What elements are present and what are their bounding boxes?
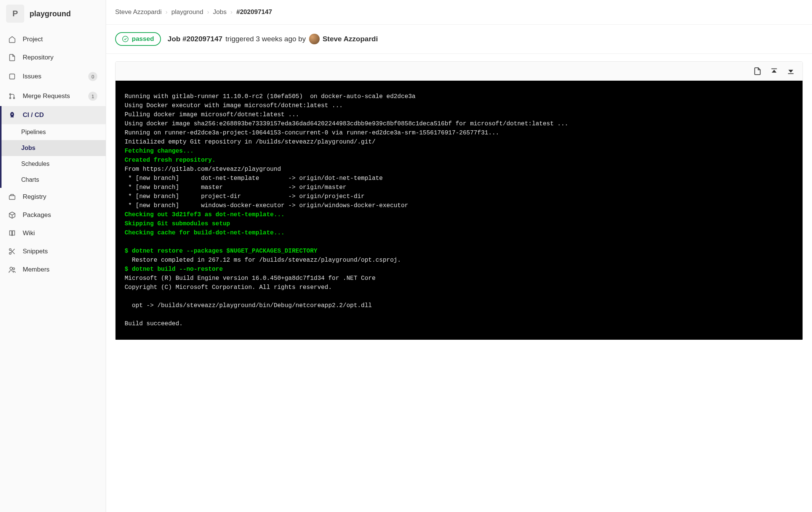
nav-label: Repository xyxy=(23,54,97,61)
sidebar-sub-pipelines[interactable]: Pipelines xyxy=(0,124,106,140)
log-line: * [new branch] windows-docker-executor -… xyxy=(125,202,408,209)
chevron-right-icon: › xyxy=(207,8,209,16)
sidebar-item-members[interactable]: Members xyxy=(0,261,106,279)
chevron-right-icon: › xyxy=(166,8,168,16)
log-line: Copyright (C) Microsoft Corporation. All… xyxy=(125,284,332,291)
file-icon xyxy=(8,54,16,61)
log-line: Running with gitlab-runner 11.10.0-rc2 (… xyxy=(125,93,415,100)
sidebar-item-wiki[interactable]: Wiki xyxy=(0,224,106,242)
triggered-text: triggered 3 weeks ago by xyxy=(225,35,306,43)
breadcrumb-link[interactable]: Jobs xyxy=(213,8,226,16)
sidebar-item-registry[interactable]: Registry xyxy=(0,188,106,206)
log-line: Checking out 3d21fef3 as dot-net-templat… xyxy=(125,211,284,218)
sidebar: P playground Project Repository Issues 0… xyxy=(0,0,106,512)
sidebar-item-issues[interactable]: Issues 0 xyxy=(0,67,106,86)
console-toolbar xyxy=(116,62,803,81)
scroll-bottom-icon[interactable] xyxy=(787,67,795,75)
log-line: Pulling docker image microsoft/dotnet:la… xyxy=(125,111,299,118)
svg-point-7 xyxy=(10,267,12,270)
sidebar-item-packages[interactable]: Packages xyxy=(0,206,106,224)
merge-icon xyxy=(8,92,16,100)
status-text: passed xyxy=(132,35,154,43)
sidebar-sub-jobs[interactable]: Jobs xyxy=(0,140,106,156)
log-line: Created fresh repository. xyxy=(125,157,215,164)
issues-icon xyxy=(8,73,16,80)
avatar[interactable] xyxy=(309,34,320,44)
log-line: Fetching changes... xyxy=(125,148,194,155)
package-icon xyxy=(8,211,16,219)
log-line: Restore completed in 267.12 ms for /buil… xyxy=(125,257,401,264)
log-line: $ dotnet restore --packages $NUGET_PACKA… xyxy=(125,248,317,254)
nav-label: Registry xyxy=(23,193,97,201)
svg-point-9 xyxy=(123,36,128,42)
breadcrumb: Steve Azzopardi › playground › Jobs › #2… xyxy=(106,0,812,25)
log-line: Using docker image sha256:e268893be73339… xyxy=(125,120,568,127)
svg-point-3 xyxy=(13,97,14,98)
nav-label: Packages xyxy=(23,211,97,219)
nav-label: Schedules xyxy=(21,161,50,167)
log-line: Initialized empty Git repository in /bui… xyxy=(125,139,376,145)
job-log[interactable]: Running with gitlab-runner 11.10.0-rc2 (… xyxy=(116,81,803,340)
nav-label: Charts xyxy=(21,176,39,183)
log-line: Checking cache for build-dot-net-templat… xyxy=(125,229,284,236)
badge-count: 1 xyxy=(88,92,97,101)
svg-rect-0 xyxy=(9,74,14,79)
sidebar-item-snippets[interactable]: Snippets xyxy=(0,242,106,261)
breadcrumb-link[interactable]: playground xyxy=(172,8,203,16)
log-line: $ dotnet build --no-restore xyxy=(125,266,223,273)
chevron-right-icon: › xyxy=(230,8,233,16)
nav-label: Issues xyxy=(23,73,81,80)
svg-point-6 xyxy=(9,253,11,254)
nav-label: Pipelines xyxy=(21,129,46,135)
scroll-top-icon[interactable] xyxy=(770,67,778,75)
sidebar-sub-schedules[interactable]: Schedules xyxy=(0,156,106,172)
project-avatar: P xyxy=(6,5,24,23)
svg-point-5 xyxy=(9,249,11,251)
nav-label: Project xyxy=(23,36,97,43)
badge-count: 0 xyxy=(88,72,97,81)
log-line: opt -> /builds/steveazz/playground/bin/D… xyxy=(125,302,372,309)
sidebar-sub-charts[interactable]: Charts xyxy=(0,172,106,188)
nav-label: Merge Requests xyxy=(23,92,81,100)
breadcrumb-link[interactable]: Steve Azzopardi xyxy=(115,8,162,16)
nav-label: Wiki xyxy=(23,229,97,237)
rocket-icon xyxy=(8,111,16,119)
members-icon xyxy=(8,266,16,273)
svg-point-8 xyxy=(13,268,15,270)
author-name[interactable]: Steve Azzopardi xyxy=(323,35,378,43)
log-line: * [new branch] master -> origin/master xyxy=(125,184,347,191)
sidebar-item-merge-requests[interactable]: Merge Requests 1 xyxy=(0,86,106,106)
job-title-line: Job #202097147 triggered 3 weeks ago by … xyxy=(168,34,378,44)
scissors-icon xyxy=(8,248,16,255)
log-line: * [new branch] project-dir -> origin/pro… xyxy=(125,193,365,200)
sidebar-item-repository[interactable]: Repository xyxy=(0,48,106,67)
job-header: passed Job #202097147 triggered 3 weeks … xyxy=(106,25,812,54)
book-icon xyxy=(8,229,16,237)
sidebar-project-header[interactable]: P playground xyxy=(0,0,106,27)
breadcrumb-current: #202097147 xyxy=(236,8,272,16)
svg-rect-11 xyxy=(788,73,794,74)
console-wrapper: Running with gitlab-runner 11.10.0-rc2 (… xyxy=(115,61,803,340)
nav-label: Members xyxy=(23,266,97,273)
svg-rect-4 xyxy=(9,196,15,200)
log-line: Microsoft (R) Build Engine version 16.0.… xyxy=(125,275,376,282)
svg-point-1 xyxy=(9,94,11,95)
log-line: Running on runner-ed2dce3a-project-10644… xyxy=(125,130,499,136)
raw-log-icon[interactable] xyxy=(753,67,762,75)
log-line: * [new branch] dot-net-template -> origi… xyxy=(125,175,383,182)
job-id: Job #202097147 xyxy=(168,35,223,43)
log-line: Skipping Git submodules setup xyxy=(125,220,230,227)
log-line: Build succeeded. xyxy=(125,320,183,327)
nav-label: Jobs xyxy=(21,145,35,151)
registry-icon xyxy=(8,193,16,201)
project-name: playground xyxy=(30,9,71,18)
nav-label: Snippets xyxy=(23,248,97,255)
log-line: From https://gitlab.com/steveazz/playgro… xyxy=(125,166,281,173)
main-content: Steve Azzopardi › playground › Jobs › #2… xyxy=(106,0,812,512)
nav-label: CI / CD xyxy=(23,111,97,119)
home-icon xyxy=(8,36,16,43)
sidebar-item-cicd[interactable]: CI / CD xyxy=(0,106,106,124)
sidebar-item-project[interactable]: Project xyxy=(0,30,106,48)
check-circle-icon xyxy=(122,36,129,42)
log-line: Using Docker executor with image microso… xyxy=(125,102,343,109)
